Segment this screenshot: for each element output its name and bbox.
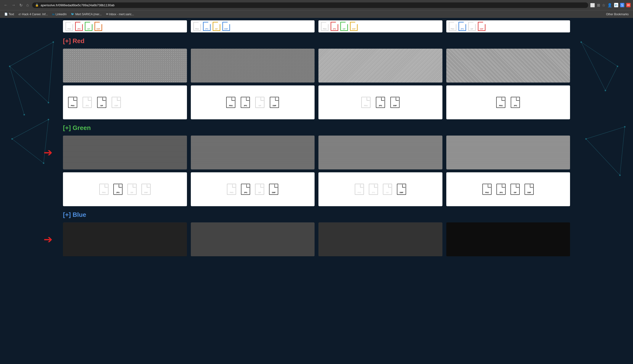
green-png-shape-2: PNG <box>227 184 236 195</box>
bookmark-other-label: Other Bookmarks <box>606 12 629 16</box>
file-icon-white2-4: GIF <box>468 22 476 31</box>
blue-dark <box>446 222 570 256</box>
green-png-shape-4: PNG <box>482 184 492 195</box>
hack4career-icon: 🏷 <box>19 13 21 16</box>
red-gif-shape-1: GIF <box>97 97 106 108</box>
blue-arrow-indicator: ➔ <box>44 234 53 245</box>
red-icons-4: PNG JPG <box>446 86 570 119</box>
bookmarks-bar: 📄 Text 🏷 Hack 4 Career. Inf... in Linked… <box>0 10 633 18</box>
green-arrow-indicator: ➔ <box>44 147 53 158</box>
green-swf-icon-1[interactable]: SWF <box>140 184 152 195</box>
red-jpg-icon-2[interactable]: JPG <box>239 97 251 108</box>
bookmark-hack4career[interactable]: 🏷 Hack 4 Career. Inf... <box>17 12 50 17</box>
green-jpg-icon-2[interactable]: JPG <box>240 184 252 195</box>
green-image-4 <box>446 136 570 170</box>
file-icon-red: JPG <box>75 22 83 31</box>
file-icon-orange: SWF <box>95 22 102 31</box>
text-bookmark-icon: 📄 <box>4 12 8 16</box>
blue-section-header[interactable]: [+] Blue <box>63 211 570 218</box>
url-input[interactable] <box>41 4 585 7</box>
green-png-icon-4[interactable]: PNG <box>481 184 493 195</box>
sarica-ext-icon[interactable]: S <box>620 3 624 7</box>
green-jpg-icon-3[interactable]: JPG <box>367 184 379 195</box>
forward-button[interactable]: → <box>10 2 17 8</box>
file-icon-green-3: GIF <box>340 22 348 31</box>
file-icon-white-3: PNG <box>321 22 329 31</box>
red-image-2 <box>191 49 315 82</box>
green-noise-3 <box>318 136 442 170</box>
red-png-icon-4[interactable]: PNG <box>495 97 507 108</box>
red-swf-icon-1[interactable]: SWF <box>110 97 122 108</box>
main-content: PNG JPG GIF SWF PNG JPG GIF SWF PNG JPG … <box>63 20 570 256</box>
red-jpg-icon-1[interactable]: JPG <box>81 97 93 108</box>
green-gif-icon-2[interactable]: GIF <box>254 184 266 195</box>
linkedin-ext-icon[interactable]: in <box>614 3 618 7</box>
green-jpg-icon-1[interactable]: JPG <box>112 184 124 195</box>
green-icons-4: PNG JPG GIF SWF <box>446 172 570 206</box>
red-png-icon-3[interactable]: PNG <box>360 97 372 108</box>
green-image-3 <box>318 136 442 170</box>
green-swf-shape-4: SWF <box>524 184 534 195</box>
reload-button[interactable]: ↻ <box>18 2 24 8</box>
profile-icon[interactable]: 👤 <box>607 3 612 8</box>
green-gif-icon-4[interactable]: GIF <box>509 184 521 195</box>
bookmark-other[interactable]: Other Bookmarks <box>604 12 630 17</box>
green-jpg-shape-3: JPG <box>369 184 378 195</box>
red-swf-shape-2: SWF <box>270 97 279 108</box>
file-icon-white: PNG <box>65 22 73 31</box>
red-png-icon-2[interactable]: PNG <box>225 97 237 108</box>
red-icons-row-1: PNG JPG GIF SWF <box>67 88 122 117</box>
green-png-icon-1[interactable]: PNG <box>98 184 110 195</box>
bookmark-inbox[interactable]: ✉ Inbox - mert.saric... <box>104 12 136 17</box>
red-jpg-icon-4[interactable]: JPG <box>509 97 521 108</box>
gmail-ext-icon[interactable]: ✉ <box>626 3 630 7</box>
file-icon-yellow-2: GIF <box>213 22 220 31</box>
green-noise-1 <box>63 136 187 170</box>
bookmark-mert[interactable]: 🐦 Mert SARICA (mer... <box>69 12 104 17</box>
red-png-shape-3: PNG <box>361 97 370 108</box>
home-button[interactable]: ⌂ <box>25 2 30 8</box>
green-swf-icon-2[interactable]: SWF <box>268 184 280 195</box>
green-png-icon-3[interactable]: PNG <box>353 184 365 195</box>
red-noise-1 <box>63 49 187 82</box>
green-icons-2: PNG JPG GIF SWF <box>191 172 315 206</box>
top-card-3: PNG JPG GIF SWF <box>318 20 442 32</box>
blue-noise-3 <box>318 222 442 256</box>
red-icons-1: PNG JPG GIF SWF <box>63 86 187 119</box>
back-button[interactable]: ← <box>3 2 9 8</box>
address-bar[interactable]: 🔒 <box>32 2 588 8</box>
red-gif-icon-1[interactable]: GIF <box>96 97 108 108</box>
red-swf-icon-2[interactable]: SWF <box>268 97 280 108</box>
browser-toolbar: ← → ↻ ⌂ 🔒 ⬜ ⊞ ☆ 👤 in S ✉ <box>0 0 633 10</box>
cast-icon[interactable]: ⬜ <box>590 3 595 8</box>
bookmark-linkedin[interactable]: in LinkedIn <box>50 12 69 17</box>
green-gif-shape-1: GIF <box>127 184 137 195</box>
red-noise-4 <box>446 49 570 82</box>
bookmark-linkedin-label: LinkedIn <box>56 12 67 16</box>
red-icons-row-2: PNG JPG GIF SWF <box>225 97 280 108</box>
bookmark-text[interactable]: 📄 Text <box>3 12 16 17</box>
red-icons-2: PNG JPG GIF SWF <box>191 86 315 119</box>
green-swf-icon-3[interactable]: SWF <box>395 184 408 195</box>
green-swf-icon-4[interactable]: SWF <box>523 184 535 195</box>
green-section-header[interactable]: [+] Green <box>63 124 570 132</box>
green-image-2 <box>191 136 315 170</box>
blue-image-grid <box>63 222 570 256</box>
red-png-shape-4: PNG <box>496 97 505 108</box>
apps-icon[interactable]: ⊞ <box>597 3 600 8</box>
red-gif-icon-2[interactable]: GIF <box>254 97 266 108</box>
red-jpg-icon-3[interactable]: JPG <box>374 97 386 108</box>
green-jpg-shape-1: JPG <box>113 184 123 195</box>
red-section-header[interactable]: [+] Red <box>63 37 570 45</box>
red-png-icon-1[interactable]: PNG <box>67 97 79 108</box>
green-icons-1: PNG JPG GIF SWF <box>63 172 187 206</box>
bookmark-star-icon[interactable]: ☆ <box>602 3 605 8</box>
green-gif-icon-3[interactable]: GIF <box>381 184 393 195</box>
red-swf-shape-1: SWF <box>112 97 121 108</box>
red-jpg-shape-4: JPG <box>511 97 520 108</box>
green-gif-icon-1[interactable]: GIF <box>126 184 138 195</box>
green-icons-3: PNG JPG GIF SWF <box>318 172 442 206</box>
green-jpg-icon-4[interactable]: JPG <box>495 184 507 195</box>
green-png-icon-2[interactable]: PNG <box>225 184 238 195</box>
red-swf-icon-3[interactable]: SWF <box>389 97 401 108</box>
